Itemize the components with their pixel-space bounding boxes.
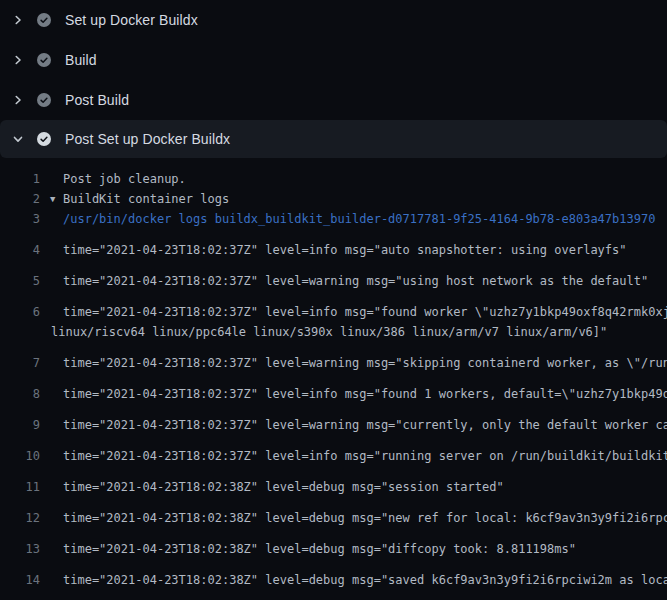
step-row[interactable]: Post Set up Docker Buildx: [0, 120, 667, 158]
check-circle-icon: [37, 13, 51, 27]
log-command-text: /usr/bin/docker logs buildx_buildkit_bui…: [63, 209, 655, 229]
log-line-number[interactable]: 5: [0, 271, 40, 291]
log-line-text: time="2021-04-23T18:02:38Z" level=debug …: [63, 508, 667, 528]
log-line-text: time="2021-04-23T18:02:37Z" level=info m…: [63, 446, 667, 466]
log-line-number[interactable]: 9: [0, 415, 40, 435]
log-line-text: time="2021-04-23T18:02:37Z" level=info m…: [63, 384, 667, 404]
log-line-number[interactable]: 7: [0, 353, 40, 373]
log-line: 15time="2021-04-23T18:02:38Z" level=debu…: [0, 590, 667, 600]
log-line: 12time="2021-04-23T18:02:38Z" level=debu…: [0, 497, 667, 528]
chevron-right-icon[interactable]: [10, 92, 26, 108]
log-line-number[interactable]: 14: [0, 570, 40, 590]
log-line-number[interactable]: 2: [0, 189, 40, 209]
step-row[interactable]: Post Build: [0, 80, 667, 120]
log-line-text: linux/riscv64 linux/ppc64le linux/s390x …: [51, 322, 607, 342]
log-line: 5time="2021-04-23T18:02:37Z" level=warni…: [0, 260, 667, 291]
log-line: 1Post job cleanup.: [0, 169, 667, 189]
check-circle-icon: [37, 93, 51, 107]
check-circle-icon: [37, 53, 51, 67]
log-line: 8time="2021-04-23T18:02:37Z" level=info …: [0, 373, 667, 404]
log-pane: 1Post job cleanup.2▼BuildKit container l…: [0, 158, 667, 600]
log-line: 11time="2021-04-23T18:02:38Z" level=debu…: [0, 466, 667, 497]
log-line-text: time="2021-04-23T18:02:37Z" level=warnin…: [63, 415, 667, 435]
log-line-text: time="2021-04-23T18:02:38Z" level=debug …: [63, 570, 667, 590]
log-line-number[interactable]: 8: [0, 384, 40, 404]
log-line: 4time="2021-04-23T18:02:37Z" level=info …: [0, 229, 667, 260]
collapse-triangle-icon[interactable]: ▼: [50, 189, 63, 209]
log-line-text: time="2021-04-23T18:02:37Z" level=warnin…: [63, 353, 667, 373]
log-line: 9time="2021-04-23T18:02:37Z" level=warni…: [0, 404, 667, 435]
log-line-number[interactable]: 10: [0, 446, 40, 466]
log-line-number[interactable]: 12: [0, 508, 40, 528]
log-line: 6time="2021-04-23T18:02:37Z" level=info …: [0, 291, 667, 322]
log-line-text: Post job cleanup.: [63, 169, 186, 189]
log-line-text: time="2021-04-23T18:02:37Z" level=info m…: [63, 302, 667, 322]
log-line: 10time="2021-04-23T18:02:37Z" level=info…: [0, 435, 667, 466]
log-line: 13time="2021-04-23T18:02:38Z" level=debu…: [0, 528, 667, 559]
log-line: 3/usr/bin/docker logs buildx_buildkit_bu…: [0, 209, 667, 229]
check-circle-icon: [37, 132, 51, 146]
step-label: Set up Docker Buildx: [65, 12, 198, 28]
log-line-number[interactable]: 4: [0, 240, 40, 260]
log-line: 7time="2021-04-23T18:02:37Z" level=warni…: [0, 342, 667, 373]
log-line-text: BuildKit container logs: [63, 189, 229, 209]
log-line-text: time="2021-04-23T18:02:37Z" level=info m…: [63, 240, 627, 260]
log-line: 14time="2021-04-23T18:02:38Z" level=debu…: [0, 559, 667, 590]
step-label: Post Build: [65, 92, 129, 108]
log-line-text: time="2021-04-23T18:02:38Z" level=debug …: [63, 477, 504, 497]
chevron-down-icon[interactable]: [10, 131, 26, 147]
log-line-text: time="2021-04-23T18:02:37Z" level=warnin…: [63, 271, 648, 291]
step-label: Post Set up Docker Buildx: [65, 131, 230, 147]
chevron-right-icon[interactable]: [10, 12, 26, 28]
log-line-number[interactable]: 3: [0, 209, 40, 229]
step-row[interactable]: Set up Docker Buildx: [0, 0, 667, 40]
chevron-right-icon[interactable]: [10, 52, 26, 68]
step-label: Build: [65, 52, 97, 68]
log-group-row[interactable]: 2▼BuildKit container logs: [0, 189, 667, 209]
step-list: Set up Docker BuildxBuildPost BuildPost …: [0, 0, 667, 158]
step-row[interactable]: Build: [0, 40, 667, 80]
log-line-text: time="2021-04-23T18:02:38Z" level=debug …: [63, 539, 576, 559]
log-line-number[interactable]: 11: [0, 477, 40, 497]
log-line-number[interactable]: 13: [0, 539, 40, 559]
log-line-number[interactable]: 1: [0, 169, 40, 189]
log-line: linux/riscv64 linux/ppc64le linux/s390x …: [0, 322, 667, 342]
log-line-number[interactable]: 6: [0, 302, 40, 322]
